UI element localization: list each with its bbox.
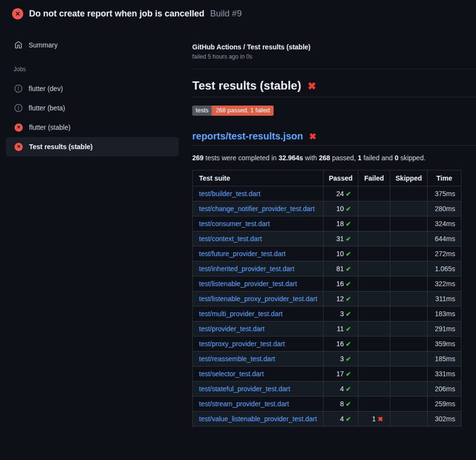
table-row: test/listenable_proxy_provider_test.dart… [193, 291, 461, 307]
failed-cell [358, 291, 390, 307]
test-suite-link[interactable]: test/value_listenable_provider_test.dart [199, 415, 317, 423]
build-number: Build #9 [210, 9, 242, 19]
passed-cell: 4✔ [323, 382, 358, 397]
table-row: test/provider_test.dart11✔291ms [193, 322, 461, 337]
home-icon [15, 41, 22, 49]
skipped-cell [390, 322, 428, 337]
time-cell: 1.065s [428, 261, 461, 276]
run-title: Do not create report when job is cancell… [29, 9, 204, 19]
check-icon: ✔ [346, 235, 351, 243]
sidebar-item-test-results-stable[interactable]: ✕Test results (stable) [6, 137, 179, 156]
failed-cell [358, 261, 390, 276]
check-icon: ✔ [346, 280, 351, 288]
sidebar-item-summary[interactable]: Summary [0, 39, 184, 51]
check-icon: ✔ [346, 310, 351, 318]
table-row: test/proxy_provider_test.dart16✔359ms [193, 337, 461, 352]
test-suite-link[interactable]: test/context_test.dart [199, 235, 262, 243]
table-row: test/value_listenable_provider_test.dart… [193, 412, 461, 427]
sidebar-item-label: Test results (stable) [29, 143, 92, 151]
failed-cell: 1✖ [358, 412, 390, 427]
test-suite-link[interactable]: test/stateful_provider_test.dart [199, 385, 290, 393]
check-icon: ✔ [346, 205, 351, 213]
failed-cell [358, 367, 390, 382]
test-suite-link[interactable]: test/builder_test.dart [199, 190, 261, 198]
suite-cell: test/inherited_provider_test.dart [193, 261, 323, 276]
failed-cell [358, 201, 390, 216]
test-suite-link[interactable]: test/reassemble_test.dart [199, 355, 275, 363]
tests-badge-value: 268 passed, 1 failed [212, 106, 274, 116]
test-suite-link[interactable]: test/proxy_provider_test.dart [199, 340, 285, 348]
time-cell: 322ms [428, 276, 461, 291]
suite-cell: test/reassemble_test.dart [193, 352, 323, 367]
suite-cell: test/context_test.dart [193, 231, 323, 246]
sidebar: Summary Jobs flutter (dev)flutter (beta)… [0, 27, 184, 156]
table-row: test/selector_test.dart17✔331ms [193, 367, 461, 382]
failed-cross-icon: ✖ [309, 132, 316, 141]
skipped-cell [390, 291, 428, 307]
time-cell: 272ms [428, 246, 461, 261]
passed-cell: 12✔ [323, 291, 358, 307]
skipped-cell [390, 397, 428, 412]
test-suite-link[interactable]: test/change_notifier_provider_test.dart [199, 205, 315, 213]
sidebar-item-flutter-dev[interactable]: flutter (dev) [6, 79, 179, 98]
failed-cell [358, 231, 390, 246]
column-header-time: Time [428, 170, 461, 186]
suite-cell: test/consumer_test.dart [193, 216, 323, 231]
passed-cell: 18✔ [323, 216, 358, 231]
check-icon: ✔ [346, 400, 351, 408]
test-results-table: Test suitePassedFailedSkippedTime test/b… [192, 170, 461, 427]
test-suite-link[interactable]: test/listenable_provider_test.dart [199, 280, 297, 288]
skipped-cell [390, 216, 428, 231]
passed-cell: 8✔ [323, 397, 358, 412]
test-suite-link[interactable]: test/inherited_provider_test.dart [199, 265, 294, 273]
jobs-list: flutter (dev)flutter (beta)✕flutter (sta… [0, 79, 184, 156]
table-row: test/listenable_provider_test.dart16✔322… [193, 276, 461, 291]
x-circle-fill-icon: ✕ [12, 8, 23, 19]
summary-line: 269 tests were completed in 32.964s with… [192, 154, 476, 162]
check-icon: ✔ [346, 250, 351, 258]
section-heading-text: Test results (stable) [192, 79, 301, 92]
check-icon: ✔ [346, 325, 351, 333]
column-header-skipped: Skipped [390, 170, 428, 186]
column-header-failed: Failed [358, 170, 390, 186]
suite-cell: test/proxy_provider_test.dart [193, 337, 323, 352]
skipped-cell [390, 382, 428, 397]
test-suite-link[interactable]: test/multi_provider_test.dart [199, 310, 283, 318]
tests-badge: tests 268 passed, 1 failed [192, 106, 274, 116]
table-body: test/builder_test.dart24✔375mstest/chang… [193, 186, 461, 427]
sidebar-item-flutter-beta[interactable]: flutter (beta) [6, 98, 179, 118]
check-icon: ✔ [346, 190, 351, 198]
failed-cross-icon: ✖ [307, 81, 316, 91]
time-cell: 206ms [428, 382, 461, 397]
sidebar-item-flutter-stable[interactable]: ✕flutter (stable) [6, 118, 179, 137]
passed-cell: 16✔ [323, 337, 358, 352]
test-suite-link[interactable]: test/stream_provider_test.dart [199, 400, 289, 408]
skipped-cell [390, 412, 428, 427]
test-suite-link[interactable]: test/consumer_test.dart [199, 220, 270, 228]
skipped-cell [390, 246, 428, 261]
sidebar-item-label: flutter (dev) [29, 85, 63, 92]
suite-cell: test/change_notifier_provider_test.dart [193, 201, 323, 216]
time-cell: 291ms [428, 322, 461, 337]
sidebar-item-label: Summary [29, 41, 58, 49]
test-suite-link[interactable]: test/provider_test.dart [199, 325, 264, 333]
test-suite-link[interactable]: test/listenable_proxy_provider_test.dart [199, 295, 317, 303]
report-heading: reports/test-results.json ✖ [192, 131, 476, 146]
suite-cell: test/multi_provider_test.dart [193, 307, 323, 322]
time-cell: 259ms [428, 397, 461, 412]
test-suite-link[interactable]: test/future_provider_test.dart [199, 250, 286, 258]
job-run-meta: failed 5 hours ago in 0s [192, 53, 476, 60]
report-file-link[interactable]: reports/test-results.json [192, 131, 303, 142]
stop-icon [15, 104, 22, 112]
test-suite-link[interactable]: test/selector_test.dart [199, 370, 264, 378]
time-cell: 280ms [428, 201, 461, 216]
passed-cell: 3✔ [323, 307, 358, 322]
x-circle-fill-icon: ✕ [15, 123, 23, 132]
table-row: test/reassemble_test.dart3✔185ms [193, 352, 461, 367]
suite-cell: test/provider_test.dart [193, 322, 323, 337]
skipped-cell [390, 231, 428, 246]
skipped-cell [390, 307, 428, 322]
suite-cell: test/value_listenable_provider_test.dart [193, 412, 323, 427]
failed-cell [358, 246, 390, 261]
table-row: test/future_provider_test.dart10✔272ms [193, 246, 461, 261]
